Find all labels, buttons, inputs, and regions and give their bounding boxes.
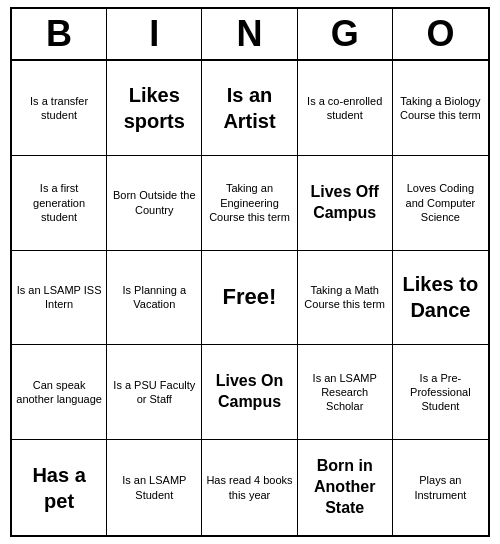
bingo-letter-o: O [393,9,488,59]
bingo-letter-g: G [298,9,393,59]
bingo-cell-12[interactable]: Free! [202,251,297,346]
bingo-cell-4[interactable]: Taking a Biology Course this term [393,61,488,156]
bingo-cell-17[interactable]: Lives On Campus [202,345,297,440]
bingo-cell-22[interactable]: Has read 4 books this year [202,440,297,535]
bingo-cell-23[interactable]: Born in Another State [298,440,393,535]
bingo-cell-16[interactable]: Is a PSU Faculty or Staff [107,345,202,440]
bingo-letter-n: N [202,9,297,59]
bingo-cell-0[interactable]: Is a transfer student [12,61,107,156]
bingo-cell-21[interactable]: Is an LSAMP Student [107,440,202,535]
bingo-cell-6[interactable]: Born Outside the Country [107,156,202,251]
bingo-cell-13[interactable]: Taking a Math Course this term [298,251,393,346]
bingo-cell-3[interactable]: Is a co-enrolled student [298,61,393,156]
bingo-cell-1[interactable]: Likes sports [107,61,202,156]
bingo-grid: Is a transfer studentLikes sportsIs an A… [12,61,488,535]
bingo-cell-11[interactable]: Is Planning a Vacation [107,251,202,346]
bingo-header: BINGO [12,9,488,61]
bingo-cell-24[interactable]: Plays an Instrument [393,440,488,535]
bingo-cell-14[interactable]: Likes to Dance [393,251,488,346]
bingo-letter-b: B [12,9,107,59]
bingo-cell-15[interactable]: Can speak another language [12,345,107,440]
bingo-card: BINGO Is a transfer studentLikes sportsI… [10,7,490,537]
bingo-cell-7[interactable]: Taking an Engineering Course this term [202,156,297,251]
bingo-cell-19[interactable]: Is a Pre-Professional Student [393,345,488,440]
bingo-cell-9[interactable]: Loves Coding and Computer Science [393,156,488,251]
bingo-cell-10[interactable]: Is an LSAMP ISS Intern [12,251,107,346]
bingo-cell-8[interactable]: Lives Off Campus [298,156,393,251]
bingo-cell-2[interactable]: Is an Artist [202,61,297,156]
bingo-cell-18[interactable]: Is an LSAMP Research Scholar [298,345,393,440]
bingo-letter-i: I [107,9,202,59]
bingo-cell-5[interactable]: Is a first generation student [12,156,107,251]
bingo-cell-20[interactable]: Has a pet [12,440,107,535]
